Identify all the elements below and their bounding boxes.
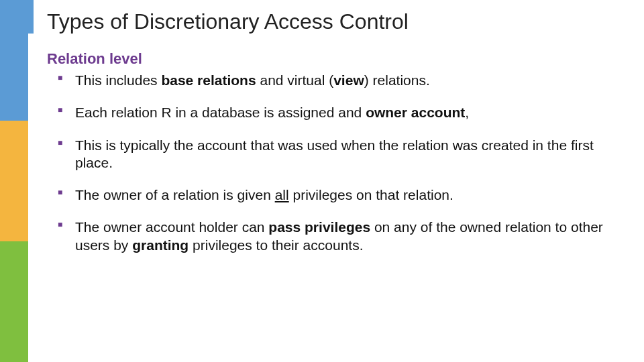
bullet-text-part: pass privileges — [268, 219, 370, 235]
bullet-text-part: , — [465, 105, 469, 120]
bullet-text-part: view — [333, 72, 364, 88]
bullet-text-part: The owner account holder can — [75, 219, 268, 235]
bullet-text-part: owner account — [366, 105, 465, 120]
bullet-text-part: Each relation R in a database is assigne… — [75, 105, 366, 120]
bullet-item: The owner of a relation is given all pri… — [71, 186, 624, 204]
bullet-list: This includes base relations and virtual… — [47, 72, 624, 254]
sidebar-accent — [0, 0, 28, 362]
slide-subhead: Relation level — [47, 50, 624, 68]
bullet-text-part: This includes — [75, 72, 161, 88]
bullet-text-part: granting — [132, 237, 189, 253]
bullet-text-part: This is typically the account that was u… — [75, 137, 594, 170]
bullet-text-part: The owner of a relation is given — [75, 187, 275, 202]
bullet-item: Each relation R in a database is assigne… — [71, 104, 624, 121]
bullet-item: The owner account holder can pass privil… — [71, 219, 624, 254]
bullet-item: This is typically the account that was u… — [71, 137, 624, 172]
slide: Types of Discretionary Access Control Re… — [0, 0, 644, 362]
sidebar-seg-blue — [0, 0, 28, 121]
content: Types of Discretionary Access Control Re… — [47, 9, 624, 269]
title-accent-bar — [28, 0, 34, 34]
bullet-text-part: base relations — [161, 72, 256, 88]
bullet-text-part: and virtual ( — [256, 72, 334, 88]
bullet-text-part: privileges to their accounts. — [189, 237, 363, 253]
bullet-text-part: ) relations. — [364, 72, 430, 88]
slide-title: Types of Discretionary Access Control — [47, 9, 624, 34]
bullet-item: This includes base relations and virtual… — [71, 72, 624, 89]
bullet-text-part: all — [275, 187, 289, 202]
bullet-text-part: privileges on that relation. — [289, 187, 453, 202]
sidebar-seg-green — [0, 241, 28, 362]
sidebar-seg-gold — [0, 121, 28, 241]
